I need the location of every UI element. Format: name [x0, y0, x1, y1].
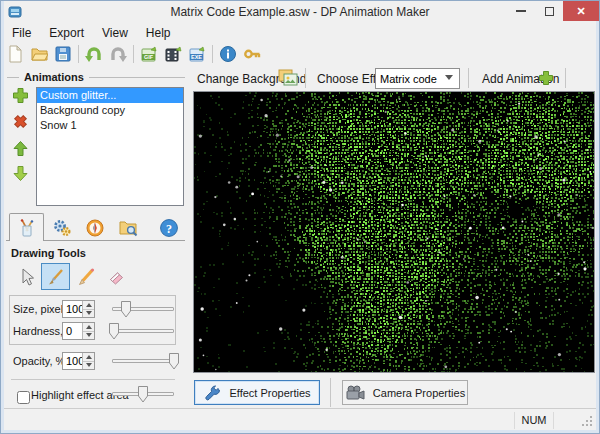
- num-lock-indicator: NUM: [514, 412, 554, 429]
- spin-down-icon: [86, 333, 92, 337]
- add-animation-icon-button[interactable]: [538, 70, 554, 90]
- maximize-button[interactable]: [535, 1, 563, 21]
- size-up-button[interactable]: [83, 301, 94, 310]
- compass-icon: [85, 218, 105, 238]
- tab-help[interactable]: ?: [152, 216, 185, 240]
- hardness-slider[interactable]: [112, 323, 174, 340]
- tab-navigation[interactable]: [78, 216, 111, 240]
- hardness-up-button[interactable]: [83, 323, 94, 332]
- spin-down-icon: [86, 311, 92, 315]
- help-icon: ?: [159, 218, 179, 238]
- minimize-button[interactable]: [507, 1, 535, 21]
- register-key-button[interactable]: [240, 43, 264, 66]
- pencil-icon: [76, 267, 96, 287]
- change-background-icon-button[interactable]: [278, 69, 298, 91]
- menu-export[interactable]: Export: [40, 24, 93, 42]
- opacity-up-button[interactable]: [83, 353, 94, 362]
- panel-divider: [11, 379, 175, 380]
- key-icon: [243, 45, 261, 63]
- export-exe-icon: EXE: [188, 45, 207, 63]
- window-border-right: [596, 1, 599, 433]
- eraser-tool-button[interactable]: [101, 263, 130, 290]
- effect-bar-separator: [565, 68, 566, 88]
- camera-properties-label: Camera Properties: [373, 387, 465, 399]
- list-item[interactable]: Snow 1: [37, 118, 183, 133]
- close-icon: ✕: [576, 5, 585, 18]
- opacity-down-button[interactable]: [83, 362, 94, 370]
- opacity-spinner[interactable]: [62, 352, 95, 370]
- cursor-icon: [16, 267, 36, 287]
- redo-icon: [109, 45, 127, 63]
- hardness-input[interactable]: [63, 323, 82, 339]
- toolbar-separator: [78, 45, 79, 63]
- hardness-down-button[interactable]: [83, 332, 94, 340]
- effect-bar-separator: [468, 68, 469, 88]
- menu-bar: File Export View Help: [3, 23, 597, 42]
- info-icon: [219, 45, 237, 63]
- animations-group-header: Animations: [7, 71, 185, 83]
- list-item[interactable]: Custom glitter...: [37, 88, 183, 103]
- move-down-button[interactable]: [12, 165, 30, 183]
- drawing-tools-icon: [17, 218, 37, 238]
- spin-up-icon: [86, 303, 92, 307]
- move-up-button[interactable]: [12, 140, 30, 158]
- size-spinner[interactable]: [62, 300, 95, 318]
- brush-tool-button[interactable]: [41, 263, 70, 290]
- hardness-slider-thumb[interactable]: [109, 323, 119, 340]
- picture-icon: [278, 69, 298, 87]
- undo-button[interactable]: [82, 43, 106, 66]
- effect-canvas[interactable]: [194, 92, 594, 372]
- bottom-bar-separator: [330, 378, 331, 407]
- add-animation-list-button[interactable]: [12, 87, 30, 105]
- size-slider[interactable]: [112, 301, 174, 318]
- export-video-button[interactable]: [161, 43, 185, 66]
- export-exe-button[interactable]: EXE: [185, 43, 209, 66]
- window-border-bottom: [1, 430, 599, 433]
- new-document-button[interactable]: [3, 43, 27, 66]
- drawing-tools-title: Drawing Tools: [11, 247, 86, 259]
- opacity-input[interactable]: [63, 353, 82, 369]
- redo-button[interactable]: [106, 43, 130, 66]
- open-file-button[interactable]: [27, 43, 51, 66]
- tab-settings[interactable]: [45, 216, 78, 240]
- open-folder-icon: [30, 45, 48, 63]
- info-button[interactable]: [216, 43, 240, 66]
- hardness-spinner[interactable]: [62, 322, 95, 340]
- export-video-icon: [164, 45, 183, 63]
- menu-view[interactable]: View: [93, 24, 137, 42]
- effect-select[interactable]: Matrix code: [375, 68, 460, 89]
- list-item[interactable]: Background copy: [37, 103, 183, 118]
- highlight-slider[interactable]: [112, 386, 174, 403]
- title-bar[interactable]: Matrix Code Example.asw - DP Animation M…: [1, 1, 599, 23]
- highlight-effect-checkbox[interactable]: [17, 391, 30, 404]
- delete-animation-button[interactable]: [12, 113, 30, 131]
- animations-list[interactable]: Custom glitter... Background copy Snow 1: [36, 87, 184, 206]
- animations-title: Animations: [19, 71, 89, 83]
- tab-browse[interactable]: [111, 216, 144, 240]
- size-down-button[interactable]: [83, 310, 94, 318]
- size-input[interactable]: [63, 301, 82, 317]
- browse-folder-icon: [118, 218, 138, 238]
- select-tool-button[interactable]: [11, 263, 40, 290]
- effect-properties-button[interactable]: Effect Properties: [194, 380, 320, 405]
- tab-drawing-tools[interactable]: [9, 213, 44, 241]
- close-button[interactable]: ✕: [563, 1, 599, 21]
- highlight-slider-thumb[interactable]: [138, 386, 148, 403]
- export-gif-button[interactable]: GIF: [137, 43, 161, 66]
- settings-gears-icon: [52, 218, 72, 238]
- new-document-icon: [6, 45, 24, 63]
- opacity-slider-thumb[interactable]: [169, 353, 179, 370]
- opacity-slider[interactable]: [112, 353, 174, 370]
- menu-help[interactable]: Help: [137, 24, 180, 42]
- camera-properties-button[interactable]: Camera Properties: [342, 380, 468, 405]
- menu-file[interactable]: File: [3, 24, 40, 42]
- resize-grip[interactable]: [581, 415, 593, 427]
- save-button[interactable]: [51, 43, 75, 66]
- spin-up-icon: [86, 325, 92, 329]
- svg-text:EXE: EXE: [190, 54, 201, 60]
- spin-up-icon: [86, 355, 92, 359]
- maximize-icon: [545, 7, 554, 16]
- size-slider-thumb[interactable]: [121, 301, 131, 318]
- camera-icon: [345, 385, 365, 401]
- pencil-tool-button[interactable]: [71, 263, 100, 290]
